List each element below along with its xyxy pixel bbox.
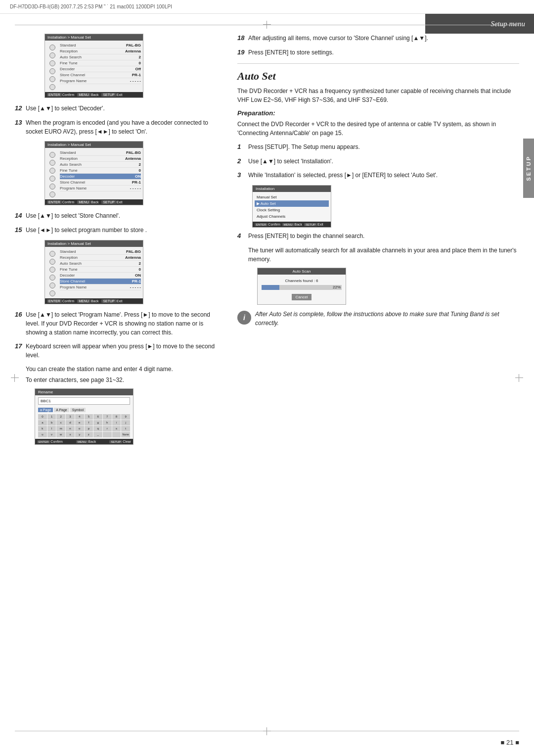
key-d[interactable]: d <box>66 420 75 425</box>
key-name[interactable]: Name <box>121 432 130 437</box>
key-9[interactable]: 9 <box>121 414 130 420</box>
icon3-3 <box>49 267 55 273</box>
rename-footer-clear: SETUPClear <box>109 440 131 443</box>
step17-text: Keyboard screen will appear when you pre… <box>26 342 222 360</box>
prep-title: Preparation: <box>237 109 519 117</box>
s1-row-progname: Program Name- - - - - <box>60 78 141 84</box>
as-step1-text: Press [SETUP]. The Setup menu appears. <box>248 142 360 152</box>
key-p[interactable]: p <box>85 426 93 431</box>
key-space1[interactable] <box>103 432 112 437</box>
screen3-rows: StandardPAL-BG ReceptionAntenna Auto Sea… <box>58 249 141 296</box>
key-t[interactable]: t <box>121 426 130 431</box>
autoscan-screen: Auto Scan Channels found : 6 22% Cancel <box>257 268 346 305</box>
icon3 <box>49 60 55 66</box>
key-l[interactable]: l <box>47 426 56 431</box>
setup-banner: Setup menu <box>425 14 534 34</box>
key-s[interactable]: s <box>112 426 121 431</box>
key-c[interactable]: c <box>56 420 65 425</box>
key-i[interactable]: i <box>112 420 121 425</box>
key-1[interactable]: 1 <box>47 414 56 420</box>
s3-row-finetune: Fine Tune0 <box>60 267 141 273</box>
rename-footer-back: MENUBack <box>76 440 96 443</box>
key-w[interactable]: w <box>56 432 65 437</box>
top-crossmark <box>263 21 271 29</box>
screen2-body: StandardPAL-BG ReceptionAntenna Auto Sea… <box>45 148 143 199</box>
icon3-2 <box>49 259 55 265</box>
autoscan-progress-fill <box>262 285 279 290</box>
autoset-step-1: 1 Press [SETUP]. The Setup menu appears. <box>237 142 519 152</box>
step15-num: 15 <box>15 226 26 235</box>
key-space2[interactable] <box>112 432 121 437</box>
key-v[interactable]: v <box>47 432 56 437</box>
rename-input[interactable]: BBC1 <box>38 397 130 405</box>
bottom-crossmark <box>263 727 271 735</box>
as-step2-text: Use [▲▼] to select 'Installation'. <box>248 157 333 166</box>
key-4[interactable]: 4 <box>75 414 84 420</box>
key-y[interactable]: y <box>75 432 84 437</box>
icon5 <box>49 76 55 82</box>
icon3-6 <box>49 290 55 296</box>
s2-row-standard: StandardPAL-BG <box>60 150 141 156</box>
step13-text: When the program is encoded (and you hav… <box>26 118 222 136</box>
step19-num: 19 <box>237 48 248 57</box>
key-2[interactable]: 2 <box>56 414 65 420</box>
header-bar: DF-H7DD3D-FB-I(GB) 2007.7.25 2:53 PM ˜ ˙… <box>0 0 534 14</box>
rename-footer-confirm: ENTERConfirm <box>37 440 63 443</box>
key-b[interactable]: b <box>47 420 56 425</box>
key-e[interactable]: e <box>75 420 84 425</box>
key-f[interactable]: f <box>85 420 93 425</box>
key-n[interactable]: n <box>66 426 75 431</box>
inst-title: Installation <box>253 186 331 192</box>
rename-tab-symbol[interactable]: Symbol <box>70 408 86 412</box>
s1-row-reception: ReceptionAntenna <box>60 48 141 54</box>
key-5[interactable]: 5 <box>85 414 93 420</box>
step17b-text1: You can create the station name and ente… <box>26 365 222 374</box>
icon2-6 <box>49 191 55 197</box>
step17-num: 17 <box>15 342 26 360</box>
key-o[interactable]: o <box>75 426 84 431</box>
key-a[interactable]: a <box>38 420 47 425</box>
icon2-4 <box>49 176 55 182</box>
main-content: Installation > Manual Set StandardPAL-BG… <box>15 34 519 726</box>
key-h[interactable]: h <box>103 420 112 425</box>
key-8[interactable]: 8 <box>112 414 121 420</box>
screen1-title: Installation > Manual Set <box>45 34 143 41</box>
step12-text: Use [▲▼] to select 'Decoder'. <box>26 104 105 113</box>
key-7[interactable]: 7 <box>103 414 112 420</box>
rename-title: Rename <box>35 389 133 395</box>
icon2 <box>49 52 55 58</box>
s2-row-autosearch: Auto Search2 <box>60 162 141 168</box>
key-underscore[interactable]: _ <box>93 432 102 437</box>
key-3[interactable]: 3 <box>66 414 75 420</box>
key-j[interactable]: j <box>121 420 130 425</box>
key-6[interactable]: 6 <box>93 414 102 420</box>
key-z[interactable]: z <box>85 432 93 437</box>
autoscan-percent: 22% <box>333 285 341 290</box>
key-x[interactable]: x <box>66 432 75 437</box>
rename-tab-lowercase[interactable]: a Page <box>38 408 53 412</box>
s1-row-storechannel: Store ChannelPR-1 <box>60 72 141 78</box>
section-divider <box>237 63 519 64</box>
key-r[interactable]: r <box>103 426 112 431</box>
step19-text: Press [ENTER] to store settings. <box>248 48 334 57</box>
s2-row-storechannel: Store ChannelPR-1 <box>60 180 141 186</box>
icon2-3 <box>49 168 55 174</box>
autoscan-cancel-btn[interactable]: Cancel <box>292 294 312 300</box>
auto-set-section: Auto Set The DVD Recorder + VCR has a fr… <box>237 70 519 328</box>
step18-text: After adjusting all items, move cursor t… <box>248 34 428 43</box>
key-g[interactable]: g <box>93 420 102 425</box>
key-q[interactable]: q <box>93 426 102 431</box>
left-column: Installation > Manual Set StandardPAL-BG… <box>15 34 222 449</box>
rename-tab-uppercase[interactable]: A Page <box>54 408 69 412</box>
key-m[interactable]: m <box>56 426 65 431</box>
installation-screen: Installation Manual Set ▶ Auto Set Clock… <box>252 185 331 228</box>
step15-text: Use [◄►] to select program number to sto… <box>26 226 147 235</box>
key-k[interactable]: k <box>38 426 47 431</box>
as-step3-text: While 'Installation' is selected, press … <box>248 171 438 180</box>
inst-row-adjust: Adjust Channels <box>255 213 329 220</box>
key-0[interactable]: 0 <box>38 414 47 420</box>
step14-text: Use [▲▼] to select 'Store Channel'. <box>26 211 120 221</box>
setup-tab-label: SETUP <box>526 155 532 181</box>
key-u[interactable]: u <box>38 432 47 437</box>
step-18: 18 After adjusting all items, move curso… <box>237 34 519 43</box>
